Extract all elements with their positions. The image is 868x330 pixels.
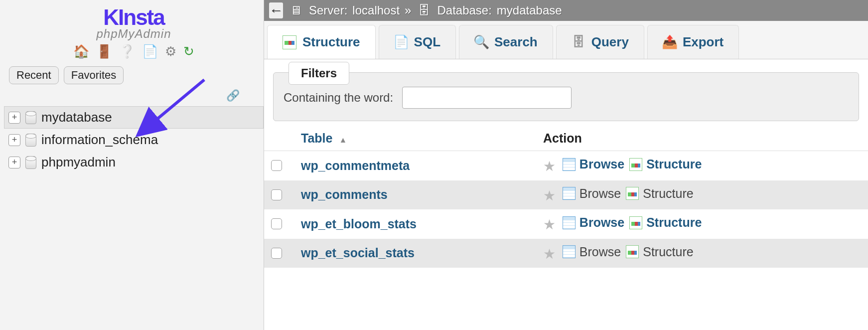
browse-icon bbox=[563, 216, 576, 229]
structure-icon bbox=[626, 245, 639, 258]
table-name-link[interactable]: wp_et_social_stats bbox=[301, 246, 415, 260]
tab-search[interactable]: 🔍 Search bbox=[459, 25, 553, 59]
tab-sql[interactable]: 📄 SQL bbox=[379, 25, 456, 59]
database-icon: 🗄 bbox=[418, 3, 430, 17]
col-table-label: Table bbox=[301, 131, 332, 145]
favorite-star-icon[interactable]: ★ bbox=[543, 217, 556, 232]
filter-input[interactable] bbox=[402, 87, 572, 109]
database-tree: + mydatabase + information_schema + phpm… bbox=[4, 106, 264, 173]
browse-action[interactable]: Browse bbox=[563, 215, 624, 230]
link-icon[interactable]: 🔗 bbox=[4, 89, 264, 102]
structure-action[interactable]: Structure bbox=[629, 215, 702, 230]
sql-icon: 📄 bbox=[394, 35, 408, 49]
filters-section: Filters Containing the word: bbox=[264, 59, 868, 126]
col-action: Action bbox=[536, 126, 868, 151]
browse-icon bbox=[563, 158, 576, 171]
tab-query[interactable]: 🗄 Query bbox=[556, 25, 644, 59]
settings-icon[interactable]: ⚙ bbox=[165, 44, 176, 59]
tab-label: Query bbox=[591, 34, 629, 50]
sort-asc-icon: ▲ bbox=[339, 136, 347, 144]
sidebar-tab-row: Recent Favorites bbox=[9, 66, 264, 84]
tab-label: Export bbox=[683, 34, 723, 50]
server-value[interactable]: localhost bbox=[352, 3, 400, 17]
db-item-information-schema[interactable]: + information_schema bbox=[4, 129, 264, 151]
structure-icon bbox=[629, 216, 642, 229]
favorite-star-icon[interactable]: ★ bbox=[543, 187, 556, 203]
filters-title: Filters bbox=[289, 62, 349, 85]
favorite-star-icon[interactable]: ★ bbox=[543, 246, 556, 261]
tables-list: Table ▲ Action wp_commentmeta★ BrowseStr… bbox=[264, 126, 868, 268]
db-value[interactable]: mydatabase bbox=[497, 3, 562, 17]
logo-brand: KInsta bbox=[4, 5, 264, 30]
structure-action[interactable]: Structure bbox=[626, 186, 693, 201]
database-icon bbox=[25, 134, 36, 147]
sidebar: KInsta phpMyAdmin 🏠 🚪 ❔ 📄 ⚙ ↻ Recent Fav… bbox=[0, 0, 264, 330]
favorite-star-icon[interactable]: ★ bbox=[543, 159, 556, 174]
db-item-mydatabase[interactable]: + mydatabase bbox=[4, 106, 264, 129]
db-label: Database: bbox=[437, 3, 491, 17]
sidebar-toolbar: 🏠 🚪 ❔ 📄 ⚙ ↻ bbox=[4, 44, 264, 59]
server-label: Server: bbox=[309, 3, 347, 17]
export-icon: 📤 bbox=[663, 35, 677, 49]
docs-icon[interactable]: 📄 bbox=[142, 44, 158, 59]
expand-icon[interactable]: + bbox=[8, 134, 20, 146]
expand-icon[interactable]: + bbox=[8, 112, 20, 124]
browse-icon bbox=[563, 245, 576, 258]
table-row: wp_et_social_stats★ BrowseStructure bbox=[264, 239, 868, 268]
structure-icon bbox=[626, 187, 639, 200]
table-name-link[interactable]: wp_comments bbox=[301, 187, 388, 201]
db-label: mydatabase bbox=[41, 110, 112, 125]
table-row: wp_comments★ BrowseStructure bbox=[264, 180, 868, 210]
browse-action[interactable]: Browse bbox=[563, 157, 624, 171]
table-row: wp_commentmeta★ BrowseStructure bbox=[264, 151, 868, 180]
reload-icon[interactable]: ↻ bbox=[183, 44, 194, 59]
db-label: phpmyadmin bbox=[41, 155, 116, 170]
back-button[interactable]: ← bbox=[269, 2, 283, 18]
favorites-button[interactable]: Favorites bbox=[64, 66, 124, 84]
table-row: wp_et_bloom_stats★ BrowseStructure bbox=[264, 209, 868, 239]
structure-action[interactable]: Structure bbox=[626, 245, 693, 259]
main-tabs: Structure 📄 SQL 🔍 Search 🗄 Query 📤 Expor… bbox=[264, 21, 868, 59]
table-name-link[interactable]: wp_commentmeta bbox=[301, 159, 410, 172]
tab-label: SQL bbox=[414, 34, 440, 50]
row-checkbox[interactable] bbox=[271, 189, 282, 200]
database-icon bbox=[25, 111, 36, 124]
structure-action[interactable]: Structure bbox=[629, 157, 702, 171]
search-icon: 🔍 bbox=[474, 35, 488, 49]
row-checkbox[interactable] bbox=[271, 160, 282, 171]
tab-label: Search bbox=[494, 34, 538, 50]
recent-button[interactable]: Recent bbox=[9, 66, 59, 84]
tab-export[interactable]: 📤 Export bbox=[647, 25, 739, 59]
structure-icon bbox=[283, 35, 296, 49]
row-checkbox[interactable] bbox=[271, 218, 282, 229]
browse-icon bbox=[563, 187, 576, 200]
logout-icon[interactable]: 🚪 bbox=[96, 44, 112, 59]
tab-structure[interactable]: Structure bbox=[267, 25, 376, 59]
home-icon[interactable]: 🏠 bbox=[73, 44, 89, 59]
db-item-phpmyadmin[interactable]: + phpmyadmin bbox=[4, 151, 264, 173]
database-icon bbox=[25, 156, 36, 169]
filter-label: Containing the word: bbox=[284, 91, 393, 105]
query-icon: 🗄 bbox=[572, 35, 585, 49]
row-checkbox[interactable] bbox=[271, 248, 282, 259]
main-panel: ← 🖥 Server: localhost » 🗄 Database: myda… bbox=[264, 0, 868, 330]
db-label: information_schema bbox=[41, 132, 158, 148]
browse-action[interactable]: Browse bbox=[563, 186, 621, 201]
table-name-link[interactable]: wp_et_bloom_stats bbox=[301, 217, 417, 231]
browse-action[interactable]: Browse bbox=[563, 245, 621, 259]
help-icon[interactable]: ❔ bbox=[119, 44, 135, 59]
logo-subtitle: phpMyAdmin bbox=[4, 27, 264, 41]
col-table[interactable]: Table ▲ bbox=[294, 126, 536, 151]
expand-icon[interactable]: + bbox=[8, 157, 20, 168]
structure-icon bbox=[629, 158, 642, 171]
breadcrumb-sep: » bbox=[405, 3, 411, 17]
tab-label: Structure bbox=[302, 34, 360, 50]
logo: KInsta phpMyAdmin bbox=[4, 5, 264, 41]
server-icon: 🖥 bbox=[290, 3, 302, 17]
breadcrumb: ← 🖥 Server: localhost » 🗄 Database: myda… bbox=[264, 0, 868, 21]
